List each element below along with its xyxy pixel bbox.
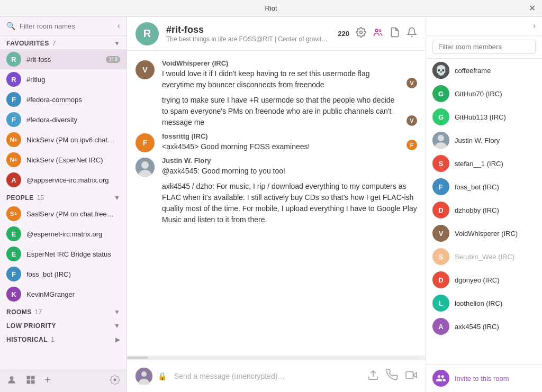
settings-gear-icon[interactable]: [356, 27, 366, 40]
room-avatar: A: [6, 172, 21, 187]
app-title: Riot: [265, 4, 277, 12]
settings-icon[interactable]: [110, 375, 120, 388]
filter-members-input[interactable]: [432, 40, 536, 54]
chat-room-name: #rit-foss: [166, 24, 330, 35]
member-item[interactable]: 💀 coffeeframe: [426, 59, 542, 82]
member-name: VoidWhisperer (IRC): [455, 230, 536, 238]
room-avatar: F: [6, 92, 21, 107]
favourites-item-appservice[interactable]: A @appservice-irc:matrix.org: [0, 170, 127, 190]
favourites-item-nickserv-ipv6[interactable]: N+ NickServ (PM on ipv6.chat…: [0, 130, 127, 150]
member-avatar: V: [432, 225, 449, 242]
message-text: <axk4545> Good morning FOSS examinees!: [162, 141, 399, 152]
svg-point-7: [380, 30, 381, 31]
title-bar: Riot ✕: [0, 0, 542, 17]
member-item[interactable]: D dgonyeo (IRC): [426, 268, 542, 291]
favourites-label: FAVOURITES: [6, 40, 49, 47]
chat-footer: 🔒 Send a message (unencrypted)…: [127, 360, 426, 392]
svg-rect-4: [31, 380, 35, 384]
people-section-header[interactable]: PEOPLE 15 ▼: [0, 190, 127, 204]
member-avatar: D: [432, 202, 449, 218]
member-name: stefan__1 (IRC): [455, 160, 536, 168]
favourites-section-header[interactable]: FAVOURITES 7 ▼: [0, 35, 127, 49]
favourites-item-nickserv-espernet[interactable]: N+ NickServ (EsperNet IRC): [0, 150, 127, 170]
member-item[interactable]: S Serubin_Wee (IRC): [426, 245, 542, 268]
member-item[interactable]: G GitHub70 (IRC): [426, 82, 542, 105]
favourites-item-rit-foss[interactable]: R #rit-foss 119: [0, 49, 127, 69]
panel-collapse-icon[interactable]: ›: [533, 21, 536, 31]
low-priority-section-header[interactable]: LOW PRIORITY ▼: [0, 318, 127, 332]
member-avatar: A: [432, 318, 449, 335]
member-avatar: 💀: [432, 62, 449, 79]
member-item[interactable]: G GitHub113 (IRC): [426, 105, 542, 129]
room-name: SaslServ (PM on chat.free…: [26, 210, 120, 218]
close-button[interactable]: ✕: [529, 3, 536, 13]
people-label: PEOPLE: [6, 194, 34, 202]
svg-point-9: [141, 161, 149, 169]
avatar-spacer: 13:01: [136, 181, 155, 225]
member-item[interactable]: V VoidWhisperer (IRC): [426, 222, 542, 245]
upload-icon[interactable]: [367, 369, 379, 384]
room-name: #ritlug: [26, 76, 120, 84]
right-panel-header: ›: [426, 17, 542, 35]
rooms-count: 17: [35, 308, 42, 316]
member-item[interactable]: F foss_bot (IRC): [426, 175, 542, 198]
chat-scrollbar[interactable]: [127, 355, 426, 360]
member-avatar: D: [432, 271, 449, 288]
room-name: EsperNet IRC Bridge status: [26, 250, 120, 258]
invite-to-room-button[interactable]: Invite to this room: [426, 364, 542, 392]
chat-header-info: #rit-foss The best things in life are FO…: [166, 24, 330, 43]
member-item[interactable]: L loothelion (IRC): [426, 291, 542, 315]
svg-point-12: [141, 371, 147, 377]
user-profile-icon[interactable]: [6, 375, 17, 388]
svg-rect-2: [31, 376, 35, 380]
room-name: @appservice-irc:matrix.org: [26, 176, 120, 184]
message-text: axk4545 / dzho: For music, I rip / downl…: [162, 181, 417, 225]
chat-input-placeholder[interactable]: Send a message (unencrypted)…: [174, 372, 362, 380]
historical-label: HISTORICAL: [6, 336, 48, 343]
create-room-icon[interactable]: +: [44, 375, 51, 388]
sidebar: 🔍 ‹ FAVOURITES 7 ▼ R #rit-foss 119 R #ri…: [0, 17, 127, 392]
people-item-espernet-bridge[interactable]: E EsperNet IRC Bridge status: [0, 244, 127, 264]
message-text: I would love it if I didn't keep having …: [162, 68, 399, 90]
filter-rooms-input[interactable]: [20, 22, 113, 30]
member-item[interactable]: Justin W. Flory: [426, 129, 542, 152]
people-item-kevinmgranger[interactable]: K KevinMGranger: [0, 284, 127, 304]
files-icon[interactable]: [390, 27, 400, 40]
avatar: [136, 158, 155, 177]
chat-input-actions: [367, 369, 417, 384]
svg-text:💀: 💀: [435, 65, 447, 76]
people-item-espernet-irc[interactable]: E @espernet-irc:matrix.org: [0, 224, 127, 244]
favourites-item-ritlug[interactable]: R #ritlug: [0, 69, 127, 89]
rooms-chevron-icon: ▼: [114, 308, 120, 316]
room-badge: 119: [106, 56, 120, 63]
member-name: GitHub70 (IRC): [455, 90, 536, 98]
lock-icon: 🔒: [158, 372, 167, 380]
members-icon[interactable]: [373, 27, 383, 40]
phone-icon[interactable]: [386, 369, 398, 384]
member-item[interactable]: A axk4545 (IRC): [426, 315, 542, 338]
member-item[interactable]: D dzhobby (IRC): [426, 198, 542, 222]
rooms-section-header[interactable]: ROOMS 17 ▼: [0, 304, 127, 318]
message-indicator: V: [406, 115, 417, 126]
favourites-count: 7: [52, 40, 56, 47]
room-name: foss_bot (IRC): [26, 270, 120, 278]
favourites-item-fedora-diversity[interactable]: F #fedora-diversity: [0, 110, 127, 130]
rooms-icon[interactable]: [25, 375, 36, 388]
sidebar-collapse-icon[interactable]: ‹: [118, 21, 120, 31]
room-name: NickServ (PM on ipv6.chat…: [26, 136, 120, 144]
favourites-item-fedora-commops[interactable]: F #fedora-commops: [0, 89, 127, 110]
notifications-icon[interactable]: [406, 27, 417, 40]
people-item-foss-bot[interactable]: F foss_bot (IRC): [0, 264, 127, 284]
svg-point-6: [375, 29, 378, 32]
member-item[interactable]: S stefan__1 (IRC): [426, 152, 542, 175]
user-avatar: [136, 368, 152, 385]
video-icon[interactable]: [405, 369, 417, 384]
member-name: foss_bot (IRC): [455, 183, 536, 191]
member-avatar: S: [432, 155, 449, 172]
avatar-spacer: [136, 95, 155, 128]
room-avatar: F: [6, 267, 21, 281]
room-avatar: E: [6, 226, 21, 241]
historical-count: 1: [51, 336, 55, 343]
historical-section-header[interactable]: HISTORICAL 1 ▶: [0, 332, 127, 345]
people-item-saslserv[interactable]: S+ SaslServ (PM on chat.free…: [0, 204, 127, 224]
